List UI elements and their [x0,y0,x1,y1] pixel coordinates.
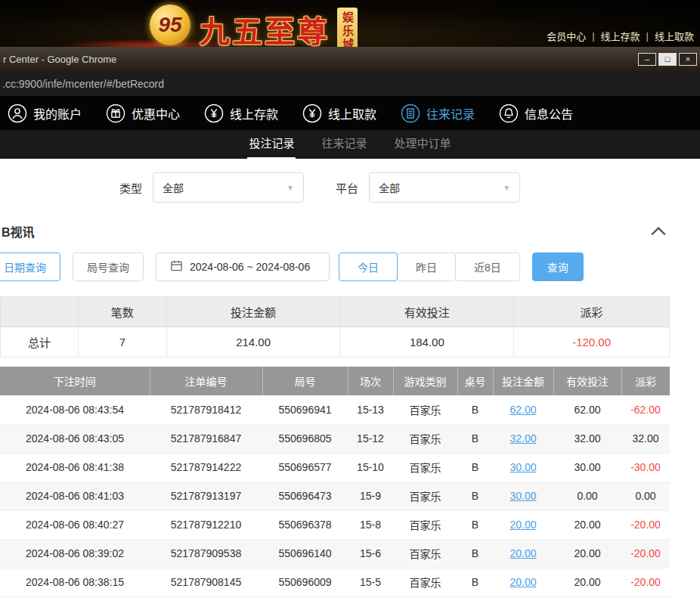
summary-total-row: 总计 7 214.00 184.00 -120.00 [1,327,670,358]
link-online-deposit[interactable]: 线上存款 [601,29,640,43]
cell-bet-amount-link[interactable]: 20.00 [493,568,553,596]
link-member-center[interactable]: 会员中心 [547,29,586,43]
nav-item-label: 优惠中心 [132,104,180,122]
cell-valid-bet: 62.00 [553,395,621,424]
nav-item-records[interactable]: 往来记录 [401,104,475,123]
nav-item-label: 线上取款 [328,104,376,122]
cell-game-type: 百家乐 [393,482,457,510]
col-header-bet-amount: 投注金额 [493,367,553,395]
cell-valid-bet: 20.00 [553,568,621,596]
table-row: 2024-08-06 08:38:15 521787908145 5506960… [0,568,670,596]
cell-session: 15-6 [348,539,393,568]
summary-header-row: 笔数 投注金额 有效投注 派彩 [1,297,670,327]
date-range-input[interactable]: 2024-08-06 ~ 2024-08-06 [156,252,330,281]
bet-table-body: 2024-08-06 08:43:54 521787918412 5506969… [0,395,670,596]
cell-bet-amount-link[interactable]: 30.00 [493,453,553,482]
cell-payout: 32.00 [621,424,670,453]
table-row: 2024-08-06 08:40:27 521787912210 5506963… [0,510,670,539]
type-select[interactable]: 全部 ▼ [153,172,304,203]
banner-top-links: 会员中心 | 线上存款 | 线上取款 [547,29,694,43]
cell-valid-bet: 20.00 [553,539,621,568]
round-query-button[interactable]: 局号查询 [73,252,144,281]
nav-item-promotions[interactable]: 优惠中心 [106,104,180,123]
table-row: 2024-08-06 08:43:54 521787918412 5506969… [0,395,670,424]
cell-round-id: 550696473 [262,482,348,510]
col-header-time: 下注时间 [0,367,150,395]
window-controls: – □ × [638,53,697,66]
summary-header: 投注金额 [166,297,340,327]
summary-table: 笔数 投注金额 有效投注 派彩 总计 7 214.00 184.00 -120.… [0,296,670,358]
platform-select-value: 全部 [379,180,400,195]
platform-select[interactable]: 全部 ▼ [369,172,520,203]
cell-bet-id: 521787912210 [150,510,262,539]
withdraw-icon [302,104,322,123]
gift-icon [106,104,125,123]
minimize-button[interactable]: – [638,53,656,66]
date-query-button[interactable]: 日期查询 [0,252,60,281]
section-title: B视讯 [2,222,35,240]
nav-item-my-account[interactable]: 我的账户 [8,104,82,123]
cell-table-no: B [457,482,493,510]
tab-transaction-records[interactable]: 往来记录 [320,130,368,159]
search-button[interactable]: 查询 [532,252,584,281]
nav-item-label: 信息公告 [525,104,573,122]
summary-payout: -120.00 [514,327,670,358]
cell-bet-amount-link[interactable]: 62.00 [493,395,553,424]
summary-header [1,297,79,327]
cell-round-id: 550696378 [262,510,348,539]
chevron-down-icon: ▼ [503,184,510,192]
cell-bet-amount-link[interactable]: 32.00 [493,424,553,453]
close-button[interactable]: × [679,53,697,66]
announcement-icon [499,104,519,123]
cell-session: 15-8 [348,510,393,539]
cell-time: 2024-08-06 08:41:38 [0,453,150,482]
cell-session: 15-12 [348,424,393,453]
cell-time: 2024-08-06 08:43:54 [0,395,150,424]
logo-text: 九五至尊 [200,8,330,51]
cell-valid-bet: 0.00 [553,482,621,510]
user-icon [8,104,27,123]
summary-valid-bet: 184.00 [340,327,514,358]
cell-time: 2024-08-06 08:43:05 [0,424,150,453]
summary-bet-amount: 214.00 [166,327,340,358]
cell-session: 15-5 [348,568,393,596]
cell-table-no: B [457,395,493,424]
cell-valid-bet: 20.00 [553,510,621,539]
nav-item-withdraw[interactable]: 线上取款 [302,104,376,123]
col-header-table-no: 桌号 [457,367,493,395]
type-select-value: 全部 [163,180,184,195]
col-header-session: 场次 [348,367,393,395]
nav-item-deposit[interactable]: 线上存款 [204,104,278,123]
url-text: .cc:9900/infe/mcenter/#/betRecord [2,78,164,90]
cell-bet-id: 521787916847 [150,424,262,453]
link-separator: | [646,30,649,42]
chrome-urlbar[interactable]: .cc:9900/infe/mcenter/#/betRecord [0,72,700,97]
nav-item-announcements[interactable]: 信息公告 [499,104,573,123]
tab-bet-records[interactable]: 投注记录 [247,130,296,159]
today-button[interactable]: 今日 [339,252,398,281]
cell-bet-amount-link[interactable]: 20.00 [493,510,553,539]
col-header-game-type: 游戏类别 [393,367,457,395]
yesterday-button[interactable]: 昨日 [397,252,456,281]
cell-session: 15-10 [348,453,393,482]
nav-item-label: 往来记录 [426,104,475,122]
tab-processing-orders[interactable]: 处理中订单 [393,130,453,159]
collapse-chevron-icon[interactable] [650,226,667,237]
cell-bet-id: 521787908145 [150,568,262,596]
cell-table-no: B [457,424,493,453]
cell-bet-amount-link[interactable]: 20.00 [493,539,553,568]
record-tabs: 投注记录 往来记录 处理中订单 [0,130,700,159]
cell-valid-bet: 30.00 [553,453,621,482]
maximize-button[interactable]: □ [658,53,677,66]
nav-item-label: 线上存款 [230,104,278,122]
cell-bet-amount-link[interactable]: 30.00 [493,482,553,510]
deposit-icon [204,104,224,123]
cell-game-type: 百家乐 [393,568,457,596]
cell-session: 15-9 [348,482,393,510]
cell-time: 2024-08-06 08:40:27 [0,510,150,539]
col-header-payout: 派彩 [621,367,670,395]
chrome-titlebar: r Center - Google Chrome – □ × [0,47,700,72]
summary-count: 7 [78,327,166,358]
link-online-withdraw[interactable]: 线上取款 [655,29,694,43]
last-8-days-button[interactable]: 近8日 [455,252,520,281]
